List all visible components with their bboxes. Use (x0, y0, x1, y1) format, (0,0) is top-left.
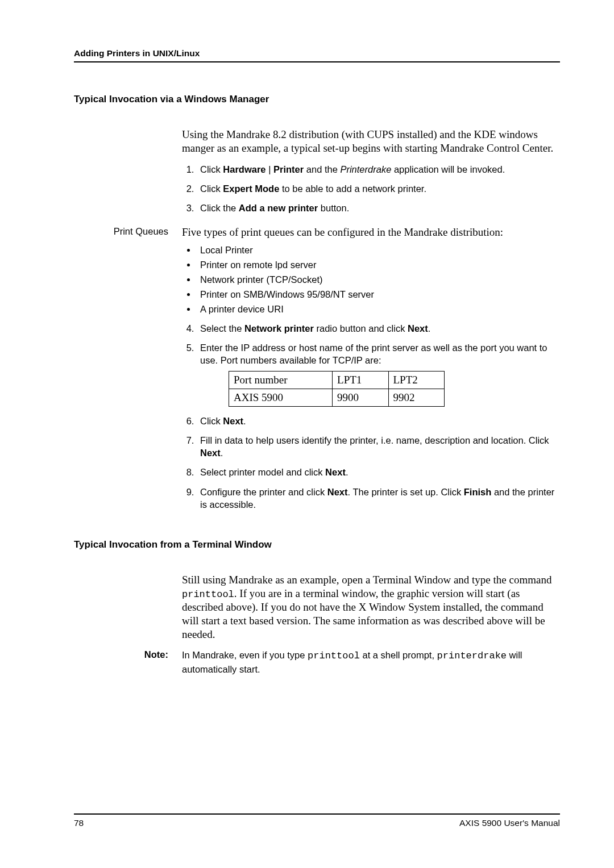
td-port1: 9900 (333, 389, 388, 406)
td-port2: 9902 (388, 389, 444, 406)
running-header: Adding Printers in UNIX/Linux (74, 48, 560, 62)
steps-b: Select the Network printer radio button … (182, 322, 560, 511)
steps-a: Click Hardware | Printer and the Printer… (182, 163, 560, 215)
step-9: Configure the printer and click Next. Th… (197, 486, 560, 511)
section-heading-1: Typical Invocation via a Windows Manager (74, 94, 560, 105)
section-heading-2: Typical Invocation from a Terminal Windo… (74, 539, 560, 550)
note-row: Note: In Mandrake, even if you type prin… (74, 649, 560, 675)
step-7: Fill in data to help users identify the … (197, 434, 560, 460)
step-4: Select the Network printer radio button … (197, 322, 560, 335)
bullet-1: Local Printer (197, 244, 560, 257)
table-row: Port number LPT1 LPT2 (229, 372, 445, 389)
td-model: AXIS 5900 (229, 389, 333, 406)
th-lpt1: LPT1 (333, 372, 388, 389)
bullet-3: Network printer (TCP/Socket) (197, 273, 560, 286)
bullet-5: A printer device URI (197, 303, 560, 316)
section-1-body: Using the Mandrake 8.2 distribution (wit… (182, 128, 560, 214)
th-portnumber: Port number (229, 372, 333, 389)
step-3: Click the Add a new printer button. (197, 202, 560, 214)
page-footer: 78 AXIS 5900 User's Manual (74, 813, 560, 828)
pq-intro: Five types of print queues can be config… (182, 226, 560, 239)
note-body: In Mandrake, even if you type printtool … (182, 649, 560, 675)
pq-bullets: Local Printer Printer on remote lpd serv… (182, 244, 560, 316)
port-table: Port number LPT1 LPT2 AXIS 5900 9900 990… (229, 371, 445, 406)
print-queues-row: Print Queues Five types of print queues … (74, 226, 560, 522)
step-5: Enter the IP address or host name of the… (197, 341, 560, 407)
step-1: Click Hardware | Printer and the Printer… (197, 163, 560, 176)
step-2: Click Expert Mode to be able to add a ne… (197, 182, 560, 195)
th-lpt2: LPT2 (388, 372, 444, 389)
bullet-2: Printer on remote lpd server (197, 258, 560, 272)
bullet-4: Printer on SMB/Windows 95/98/NT server (197, 288, 560, 301)
sec2-paragraph: Still using Mandrake as an example, open… (182, 573, 560, 641)
page: Adding Printers in UNIX/Linux Typical In… (0, 0, 614, 868)
page-number: 78 (74, 818, 84, 828)
manual-title: AXIS 5900 User's Manual (459, 818, 560, 828)
print-queues-label: Print Queues (74, 226, 182, 237)
intro-paragraph: Using the Mandrake 8.2 distribution (wit… (182, 128, 560, 155)
note-label: Note: (74, 649, 182, 660)
section-2-body: Still using Mandrake as an example, open… (182, 573, 560, 641)
step-6: Click Next. (197, 415, 560, 427)
step-8: Select printer model and click Next. (197, 466, 560, 478)
table-row: AXIS 5900 9900 9902 (229, 389, 445, 406)
